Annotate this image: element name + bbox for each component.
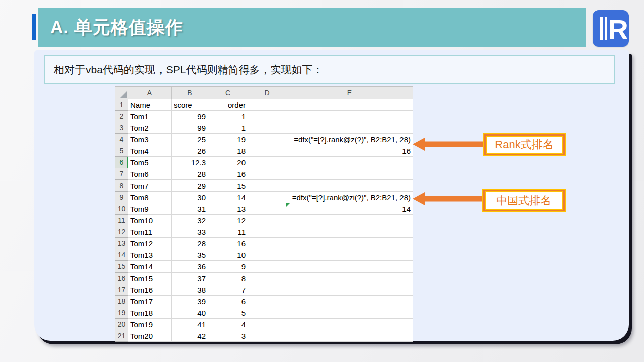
cell-B19: 40 xyxy=(172,307,208,319)
table-row: 9Tom83014=dfx("=[?].rank@zi(?)", B2:B21,… xyxy=(115,192,413,203)
cell-C14: 10 xyxy=(208,249,248,261)
table-row: 8Tom72915 xyxy=(115,180,413,192)
table-row: 18Tom17396 xyxy=(115,296,413,307)
cell-C15: 9 xyxy=(208,261,248,273)
row-header-12: 12 xyxy=(115,226,128,238)
cell-A16: Tom15 xyxy=(128,273,172,284)
cell-A5: Tom4 xyxy=(128,145,172,157)
cell-E10: 14 xyxy=(286,203,413,215)
cell-C3: 1 xyxy=(208,122,248,134)
cell-A4: Tom3 xyxy=(128,134,172,145)
cell-C11: 12 xyxy=(208,215,248,226)
cell-E17 xyxy=(286,284,413,296)
cell-C21: 3 xyxy=(208,330,248,342)
cell-B11: 32 xyxy=(172,215,208,226)
table-row: 2Tom1991 xyxy=(115,111,413,122)
cell-A6: Tom5 xyxy=(128,157,172,168)
row-header-5: 5 xyxy=(115,145,128,157)
table-row: 12Tom113311 xyxy=(115,226,413,238)
row-header-21: 21 xyxy=(115,330,128,342)
row-header-7: 7 xyxy=(115,168,128,180)
cell-D12 xyxy=(248,226,286,238)
page-title: A. 单元格值操作 xyxy=(38,16,183,39)
table-row: 17Tom16387 xyxy=(115,284,413,296)
cell-E14 xyxy=(286,249,413,261)
row-header-8: 8 xyxy=(115,180,128,192)
cell-C12: 11 xyxy=(208,226,248,238)
row-header-2: 2 xyxy=(115,111,128,122)
cell-B17: 38 xyxy=(172,284,208,296)
row-header-15: 15 xyxy=(115,261,128,273)
row-header-4: 4 xyxy=(115,134,128,145)
china-callout-arrow-icon xyxy=(413,192,484,206)
cell-B15: 36 xyxy=(172,261,208,273)
cell-C20: 4 xyxy=(208,319,248,330)
cell-B5: 26 xyxy=(172,145,208,157)
cell-E5: 16 xyxy=(286,145,413,157)
cell-D17 xyxy=(248,284,286,296)
cell-E19 xyxy=(286,307,413,319)
table-row: 14Tom133510 xyxy=(115,249,413,261)
cell-E15 xyxy=(286,261,413,273)
row-header-18: 18 xyxy=(115,296,128,307)
slide: A. 单元格值操作 R 相对于vba代码的实现，SPL代码则精简得多，实现如下：… xyxy=(0,0,644,362)
table-row: 3Tom2991 xyxy=(115,122,413,134)
intro-text: 相对于vba代码的实现，SPL代码则精简得多，实现如下： xyxy=(45,63,324,77)
cell-B9: 30 xyxy=(172,192,208,203)
column-header-E: E xyxy=(286,87,413,99)
cell-D5 xyxy=(248,145,286,157)
cell-E20 xyxy=(286,319,413,330)
cell-D1 xyxy=(248,99,286,111)
row-header-17: 17 xyxy=(115,284,128,296)
cell-C19: 5 xyxy=(208,307,248,319)
select-all-corner xyxy=(115,87,128,99)
cell-D15 xyxy=(248,261,286,273)
table-row: 15Tom14369 xyxy=(115,261,413,273)
spreadsheet: ABCDE1Namescoreorder2Tom19913Tom29914Tom… xyxy=(115,86,413,342)
cell-D7 xyxy=(248,168,286,180)
table-row: 5Tom4261816 xyxy=(115,145,413,157)
rank-callout-arrow-icon xyxy=(413,137,484,151)
cell-A15: Tom14 xyxy=(128,261,172,273)
svg-text:R: R xyxy=(608,14,628,45)
cell-B4: 25 xyxy=(172,134,208,145)
row-header-3: 3 xyxy=(115,122,128,134)
cell-C2: 1 xyxy=(208,111,248,122)
cell-B2: 99 xyxy=(172,111,208,122)
cell-C17: 7 xyxy=(208,284,248,296)
cell-B1: score xyxy=(172,99,208,111)
cell-A19: Tom18 xyxy=(128,307,172,319)
cell-D16 xyxy=(248,273,286,284)
cell-C4: 19 xyxy=(208,134,248,145)
cell-D10 xyxy=(248,203,286,215)
cell-A13: Tom12 xyxy=(128,238,172,249)
table-row: 16Tom15378 xyxy=(115,273,413,284)
cell-B7: 28 xyxy=(172,168,208,180)
table-row: 11Tom103212 xyxy=(115,215,413,226)
cell-B13: 28 xyxy=(172,238,208,249)
row-header-19: 19 xyxy=(115,307,128,319)
cell-D11 xyxy=(248,215,286,226)
title-accent-bar xyxy=(32,14,36,40)
cell-A12: Tom11 xyxy=(128,226,172,238)
raqsoft-logo: R xyxy=(593,10,629,47)
cell-C9: 14 xyxy=(208,192,248,203)
column-header-C: C xyxy=(208,87,248,99)
row-header-14: 14 xyxy=(115,249,128,261)
cell-A3: Tom2 xyxy=(128,122,172,134)
cell-B21: 42 xyxy=(172,330,208,342)
cell-A14: Tom13 xyxy=(128,249,172,261)
cell-B12: 33 xyxy=(172,226,208,238)
cell-A7: Tom6 xyxy=(128,168,172,180)
column-header-D: D xyxy=(248,87,286,99)
cell-C16: 8 xyxy=(208,273,248,284)
cell-A2: Tom1 xyxy=(128,111,172,122)
table-row: 19Tom18405 xyxy=(115,307,413,319)
cell-D9 xyxy=(248,192,286,203)
cell-A1: Name xyxy=(128,99,172,111)
callout-china: 中国式排名 xyxy=(483,190,565,211)
column-header-B: B xyxy=(172,87,208,99)
cell-C7: 16 xyxy=(208,168,248,180)
cell-A11: Tom10 xyxy=(128,215,172,226)
callout-china-label: 中国式排名 xyxy=(496,193,551,208)
